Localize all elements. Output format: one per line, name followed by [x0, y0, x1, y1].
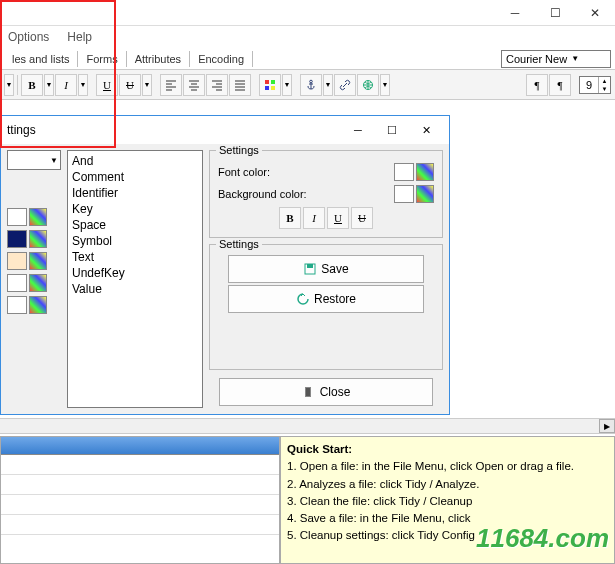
- bg-color-swatch[interactable]: [394, 185, 414, 203]
- close-button[interactable]: ✕: [575, 1, 615, 25]
- list-item[interactable]: Identifier: [70, 185, 200, 201]
- fs-italic-button[interactable]: I: [303, 207, 325, 229]
- swatch-cream[interactable]: [7, 252, 27, 270]
- dialog-maximize-button[interactable]: ☐: [375, 118, 409, 142]
- svg-rect-3: [271, 86, 275, 90]
- svg-rect-9: [306, 388, 310, 396]
- left-select[interactable]: ▼: [7, 150, 61, 170]
- save-label: Save: [321, 262, 348, 276]
- list-item[interactable]: Text: [70, 249, 200, 265]
- list-item[interactable]: Space: [70, 217, 200, 233]
- fs-bold-button[interactable]: B: [279, 207, 301, 229]
- pilcrow2-button[interactable]: ¶: [549, 74, 571, 96]
- minimize-button[interactable]: ─: [495, 1, 535, 25]
- link-button[interactable]: [334, 74, 356, 96]
- globe-dropdown[interactable]: ▼: [380, 74, 390, 96]
- bg-color-picker[interactable]: [416, 185, 434, 203]
- scroll-right-button[interactable]: ▶: [599, 419, 615, 433]
- svg-rect-1: [271, 80, 275, 84]
- quickstart-line: 5. Cleanup settings: click Tidy Config: [287, 529, 475, 541]
- restore-button[interactable]: Restore: [228, 285, 424, 313]
- font-color-picker[interactable]: [416, 163, 434, 181]
- color-grid-button[interactable]: [259, 74, 281, 96]
- list-item[interactable]: Comment: [70, 169, 200, 185]
- pane-header[interactable]: [1, 437, 279, 455]
- color-picker-4[interactable]: [29, 274, 47, 292]
- anchor-dropdown[interactable]: ▼: [323, 74, 333, 96]
- anchor-button[interactable]: [300, 74, 322, 96]
- save-icon: [303, 262, 317, 276]
- tab-encoding[interactable]: Encoding: [190, 51, 253, 67]
- toolbar-dropdown[interactable]: ▼: [4, 74, 14, 96]
- fs-underline-button[interactable]: U: [327, 207, 349, 229]
- list-item[interactable]: Key: [70, 201, 200, 217]
- dialog-close-button[interactable]: ✕: [409, 118, 443, 142]
- color-picker-5[interactable]: [29, 296, 47, 314]
- fs-strike-button[interactable]: U: [351, 207, 373, 229]
- table-row[interactable]: [1, 515, 279, 535]
- underline-dropdown[interactable]: ▼: [142, 74, 152, 96]
- table-row[interactable]: [1, 475, 279, 495]
- tab-attributes[interactable]: Attributes: [127, 51, 190, 67]
- align-right-button[interactable]: [206, 74, 228, 96]
- restore-label: Restore: [314, 292, 356, 306]
- italic-button[interactable]: I: [55, 74, 77, 96]
- font-color-label: Font color:: [218, 166, 394, 178]
- font-color-swatch[interactable]: [394, 163, 414, 181]
- dialog-title: ttings: [7, 123, 36, 137]
- maximize-button[interactable]: ☐: [535, 1, 575, 25]
- align-left-button[interactable]: [160, 74, 182, 96]
- save-button[interactable]: Save: [228, 255, 424, 283]
- list-item[interactable]: Value: [70, 281, 200, 297]
- swatch-white3[interactable]: [7, 296, 27, 314]
- bg-color-label: Background color:: [218, 188, 394, 200]
- underline-button[interactable]: U: [96, 74, 118, 96]
- close-label: Close: [320, 385, 351, 399]
- quickstart-line: 3. Clean the file: click Tidy / Cleanup: [287, 495, 472, 507]
- bold-dropdown[interactable]: ▼: [44, 74, 54, 96]
- font-size-input[interactable]: [580, 79, 598, 91]
- svg-rect-7: [307, 264, 313, 268]
- quickstart-line: 1. Open a file: in the File Menu, click …: [287, 460, 574, 472]
- tab-forms[interactable]: Forms: [78, 51, 126, 67]
- color-picker-1[interactable]: [29, 208, 47, 226]
- list-item[interactable]: And: [70, 153, 200, 169]
- pilcrow-button[interactable]: ¶: [526, 74, 548, 96]
- menu-options[interactable]: Options: [4, 28, 53, 46]
- list-item[interactable]: Symbol: [70, 233, 200, 249]
- color-picker-3[interactable]: [29, 252, 47, 270]
- swatch-navy[interactable]: [7, 230, 27, 248]
- spinner-down[interactable]: ▼: [598, 85, 610, 93]
- restore-icon: [296, 292, 310, 306]
- horizontal-scrollbar[interactable]: ▶: [0, 418, 615, 434]
- quickstart-line: 2. Analyzes a file: click Tidy / Analyze…: [287, 478, 479, 490]
- watermark-text: 11684.com: [476, 523, 609, 554]
- settings-legend2: Settings: [216, 238, 262, 250]
- svg-rect-2: [265, 86, 269, 90]
- color-picker-2[interactable]: [29, 230, 47, 248]
- dialog-minimize-button[interactable]: ─: [341, 118, 375, 142]
- align-center-button[interactable]: [183, 74, 205, 96]
- color-dropdown[interactable]: ▼: [282, 74, 292, 96]
- font-family-select[interactable]: Courier New ▼: [501, 50, 611, 68]
- element-list[interactable]: And Comment Identifier Key Space Symbol …: [67, 150, 203, 408]
- align-justify-button[interactable]: [229, 74, 251, 96]
- table-row[interactable]: [1, 495, 279, 515]
- table-row[interactable]: [1, 455, 279, 475]
- bottom-left-pane: [0, 436, 280, 564]
- svg-point-4: [310, 80, 313, 83]
- dialog-close-action[interactable]: Close: [219, 378, 433, 406]
- italic-dropdown[interactable]: ▼: [78, 74, 88, 96]
- list-item[interactable]: UndefKey: [70, 265, 200, 281]
- swatch-white[interactable]: [7, 208, 27, 226]
- spinner-up[interactable]: ▲: [598, 77, 610, 85]
- svg-rect-0: [265, 80, 269, 84]
- globe-button[interactable]: [357, 74, 379, 96]
- bold-button[interactable]: B: [21, 74, 43, 96]
- font-size-spinner[interactable]: ▲▼: [579, 76, 611, 94]
- quickstart-title: Quick Start:: [287, 443, 352, 455]
- menu-help[interactable]: Help: [63, 28, 96, 46]
- swatch-white2[interactable]: [7, 274, 27, 292]
- tab-tables-lists[interactable]: les and lists: [4, 51, 78, 67]
- strikethrough-button[interactable]: U: [119, 74, 141, 96]
